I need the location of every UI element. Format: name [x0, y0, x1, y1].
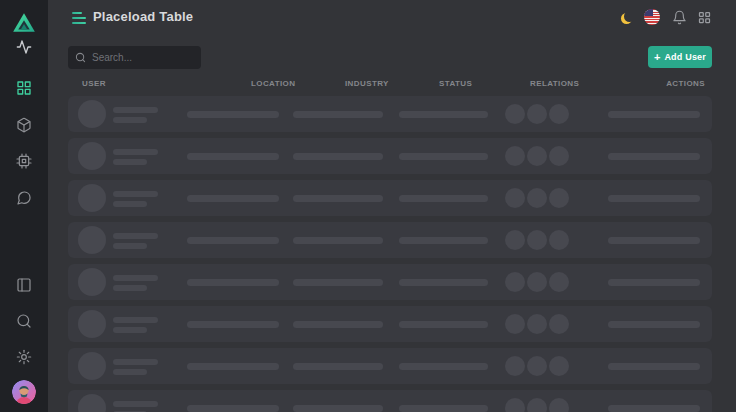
table-row-placeholder	[68, 390, 712, 412]
column-header-actions: ACTIONS	[666, 79, 705, 88]
actions-placeholder	[608, 153, 700, 160]
user-avatar[interactable]	[12, 380, 36, 404]
add-user-button[interactable]: + Add User	[648, 46, 712, 68]
table-body	[68, 96, 712, 412]
user-subtitle-placeholder	[113, 117, 147, 123]
industry-placeholder	[293, 405, 383, 412]
user-name-placeholder	[113, 233, 158, 239]
relations-placeholder	[505, 104, 569, 124]
relations-placeholder	[505, 272, 569, 292]
avatar-placeholder	[78, 184, 106, 212]
user-subtitle-placeholder	[113, 327, 147, 333]
location-placeholder	[187, 405, 279, 412]
actions-placeholder	[608, 279, 700, 286]
column-header-location: LOCATION	[251, 79, 295, 88]
user-subtitle-placeholder	[113, 201, 147, 207]
user-name-placeholder	[113, 401, 158, 407]
actions-placeholder	[608, 237, 700, 244]
industry-placeholder	[293, 279, 383, 286]
industry-placeholder	[293, 195, 383, 202]
column-header-relations: RELATIONS	[530, 79, 579, 88]
plus-icon: +	[654, 52, 660, 63]
sidebar-item-search[interactable]	[0, 305, 48, 337]
avatar-placeholder	[78, 394, 106, 412]
app-window: Placeload Table + Add User USER LOCATION…	[0, 0, 736, 412]
avatar-placeholder	[78, 310, 106, 338]
actions-placeholder	[608, 405, 700, 412]
cpu-icon	[16, 153, 32, 169]
user-subtitle-placeholder	[113, 369, 147, 375]
user-name-placeholder	[113, 149, 158, 155]
apps-grid-icon	[697, 10, 712, 25]
relations-placeholder	[505, 356, 569, 376]
actions-placeholder	[608, 111, 700, 118]
column-header-status: STATUS	[439, 79, 472, 88]
relations-placeholder	[505, 146, 569, 166]
industry-placeholder	[293, 363, 383, 370]
notifications-button[interactable]	[670, 8, 688, 26]
bell-icon	[672, 10, 687, 25]
chat-icon	[16, 190, 32, 206]
activity-icon	[16, 39, 32, 55]
panel-icon	[16, 277, 32, 293]
menu-toggle-icon[interactable]	[72, 12, 86, 24]
avatar-placeholder	[78, 352, 106, 380]
location-placeholder	[187, 195, 279, 202]
search-icon	[75, 52, 86, 63]
user-name-placeholder	[113, 317, 158, 323]
page-title: Placeload Table	[93, 9, 193, 24]
gear-icon	[16, 349, 32, 365]
table-row-placeholder	[68, 96, 712, 132]
table-row-placeholder	[68, 306, 712, 342]
status-placeholder	[399, 111, 488, 118]
table-row-placeholder	[68, 348, 712, 384]
actions-placeholder	[608, 321, 700, 328]
icon-sidebar	[0, 0, 48, 412]
industry-placeholder	[293, 153, 383, 160]
search-icon	[16, 313, 32, 329]
language-selector[interactable]	[643, 8, 661, 26]
sidebar-item-settings[interactable]	[0, 341, 48, 373]
table-row-placeholder	[68, 264, 712, 300]
sidebar-item-panels[interactable]	[0, 269, 48, 301]
user-subtitle-placeholder	[113, 285, 147, 291]
sidebar-item-activity[interactable]	[0, 31, 48, 63]
avatar-placeholder	[78, 226, 106, 254]
status-placeholder	[399, 195, 488, 202]
table-row-placeholder	[68, 138, 712, 174]
user-subtitle-placeholder	[113, 159, 147, 165]
search-input[interactable]	[92, 52, 194, 63]
avatar-placeholder	[78, 142, 106, 170]
user-name-placeholder	[113, 191, 158, 197]
location-placeholder	[187, 153, 279, 160]
status-placeholder	[399, 363, 488, 370]
user-name-placeholder	[113, 359, 158, 365]
status-placeholder	[399, 321, 488, 328]
box-icon	[16, 117, 32, 133]
table-header-row: USER LOCATION INDUSTRY STATUS RELATIONS …	[0, 79, 736, 91]
location-placeholder	[187, 321, 279, 328]
dark-mode-toggle[interactable]	[618, 8, 636, 26]
relations-placeholder	[505, 188, 569, 208]
location-placeholder	[187, 111, 279, 118]
actions-placeholder	[608, 195, 700, 202]
table-row-placeholder	[68, 180, 712, 216]
us-flag-icon	[644, 9, 660, 25]
add-user-label: Add User	[664, 52, 706, 62]
location-placeholder	[187, 279, 279, 286]
avatar-placeholder	[78, 268, 106, 296]
sidebar-item-components[interactable]	[0, 145, 48, 177]
sidebar-item-messages[interactable]	[0, 182, 48, 214]
apps-menu-button[interactable]	[695, 8, 713, 26]
location-placeholder	[187, 237, 279, 244]
sidebar-item-packages[interactable]	[0, 109, 48, 141]
relations-placeholder	[505, 398, 569, 412]
industry-placeholder	[293, 111, 383, 118]
moon-icon	[624, 11, 635, 22]
status-placeholder	[399, 153, 488, 160]
user-name-placeholder	[113, 107, 158, 113]
avatar-image	[12, 380, 36, 404]
column-header-industry: INDUSTRY	[345, 79, 389, 88]
search-box[interactable]	[68, 46, 201, 69]
actions-placeholder	[608, 363, 700, 370]
